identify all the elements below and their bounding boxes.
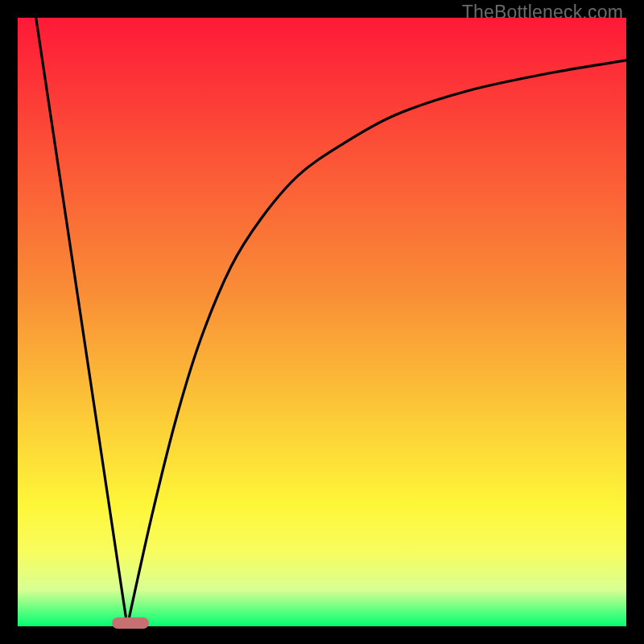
gradient-background — [18, 18, 626, 626]
chart-frame — [18, 18, 626, 626]
chart-plot — [18, 18, 626, 626]
dip-marker — [112, 617, 148, 629]
